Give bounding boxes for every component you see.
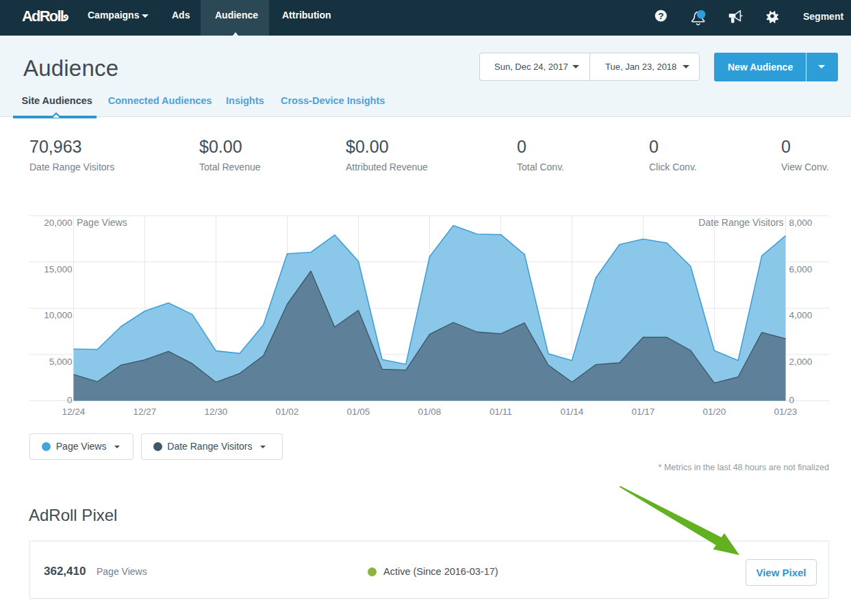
svg-text:01/23: 01/23: [774, 407, 798, 417]
svg-text:12/24: 12/24: [62, 407, 86, 417]
svg-text:Segment: Segment: [803, 11, 843, 22]
svg-text:01/20: 01/20: [703, 407, 726, 417]
svg-text:01/17: 01/17: [632, 407, 655, 417]
svg-text:12/30: 12/30: [205, 407, 228, 417]
svg-text:8,000: 8,000: [789, 218, 813, 228]
svg-text:10,000: 10,000: [44, 310, 72, 320]
svg-text:0: 0: [789, 395, 795, 405]
svg-text:01/11: 01/11: [490, 407, 512, 417]
svg-text:01/14: 01/14: [561, 407, 584, 417]
svg-text:6,000: 6,000: [789, 264, 813, 274]
svg-text:12/27: 12/27: [134, 407, 157, 417]
svg-text:Date Range Visitors: Date Range Visitors: [698, 217, 783, 228]
svg-text:5,000: 5,000: [49, 357, 73, 367]
svg-text:0: 0: [67, 395, 73, 405]
svg-text:2,000: 2,000: [789, 357, 813, 367]
svg-text:15,000: 15,000: [44, 264, 72, 274]
svg-text:01/05: 01/05: [347, 407, 370, 417]
svg-text:20,000: 20,000: [44, 218, 72, 228]
svg-text:?: ?: [658, 11, 663, 21]
svg-text:Page Views: Page Views: [77, 217, 127, 228]
svg-text:AdRoll: AdRoll: [22, 8, 64, 25]
svg-text:4,000: 4,000: [789, 310, 813, 320]
svg-text:01/08: 01/08: [418, 407, 442, 417]
svg-text:01/02: 01/02: [276, 407, 299, 417]
